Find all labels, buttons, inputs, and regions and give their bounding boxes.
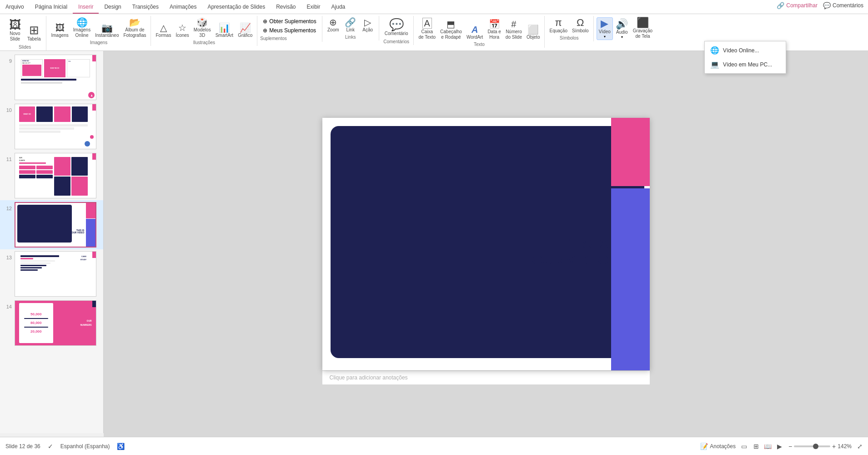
equacao-button[interactable]: π Equação — [547, 17, 569, 35]
tab-pagina-inicial[interactable]: Página Inicial — [30, 1, 73, 14]
zoom-in-button[interactable]: + — [832, 443, 836, 450]
audio-button[interactable]: 🔊 Áudio ▾ — [614, 18, 630, 40]
slide-thumb-9: HOW DO WE DO IT? WHAT WE DO Info — [15, 55, 96, 100]
tab-inserir[interactable]: Inserir — [73, 1, 99, 14]
video-online-item[interactable]: 🌐 Vídeo Online... — [705, 43, 786, 57]
tab-animacoes[interactable]: Animações — [164, 1, 202, 14]
tab-design[interactable]: Design — [99, 1, 126, 14]
gravacao-tela-button[interactable]: ⬛ Gravação de Tela — [631, 17, 654, 40]
slide-number-13: 13 — [4, 255, 12, 260]
slides-panel[interactable]: 9 HOW DO WE DO IT? WHAT WE DO Info — [0, 51, 104, 433]
tab-revisao[interactable]: Revisão — [271, 1, 301, 14]
imagens-online-button[interactable]: 🌐 Imagens Online — [71, 17, 92, 39]
audio-icon: 🔊 — [616, 19, 628, 29]
numero-slide-button[interactable]: # Número do Slide — [504, 19, 524, 41]
video-title: THIS IS OUR VIDEO — [513, 236, 609, 268]
caixa-texto-button[interactable]: A Caixa de Texto — [416, 17, 437, 41]
tabela-button[interactable]: ⊞ Tabela — [25, 22, 43, 44]
video-button[interactable]: ▶ Vídeo ▾ — [597, 17, 613, 40]
zoom-slider[interactable] — [794, 445, 830, 447]
caixa-texto-label: Caixa de Texto — [418, 29, 436, 40]
novo-slide-button[interactable]: 🖼 Novo Slide — [6, 17, 24, 44]
instantaneo-icon: 📷 — [101, 23, 113, 32]
status-right: 📝 Anotações ▭ ⊞ 📖 ▶ − + 142% ⤢ — [700, 441, 863, 451]
icones-icon: ☆ — [178, 23, 186, 32]
meus-suplementos-button[interactable]: ⊕ Meus Suplementos — [260, 26, 319, 35]
slide-item-14[interactable]: 14 50,000 80,000 20,000 OUR NUMBERS — [0, 298, 103, 348]
wordart-button[interactable]: A WordArt — [465, 24, 485, 41]
numero-slide-label: Número do Slide — [506, 29, 522, 40]
comentario-button[interactable]: 💬 Comentário — [382, 17, 411, 38]
tab-arquivo[interactable]: Arquivo — [0, 1, 30, 14]
formas-label: Formas — [156, 33, 171, 38]
simbolo-icon: Ω — [577, 18, 584, 28]
imagens-online-icon: 🌐 — [76, 18, 88, 27]
grafico-button[interactable]: 📈 Gráfico — [236, 22, 254, 39]
simbolo-label: Símbolo — [572, 28, 589, 34]
imagens-online-label: Imagens Online — [73, 27, 90, 38]
icones-button[interactable]: ☆ Ícones — [174, 22, 191, 39]
pink-accent-rect — [611, 118, 650, 186]
tab-exibir[interactable]: Exibir — [301, 1, 326, 14]
acao-button[interactable]: ▷ Ação — [360, 17, 376, 34]
imagens-label: Imagens — [51, 33, 68, 38]
instantaneo-button[interactable]: 📷 Instantâneo — [93, 22, 120, 39]
slide-canvas-area[interactable]: THIS IS OUR VIDEO Clique para adicionar … — [104, 51, 868, 451]
share-icon: 🔗 — [777, 2, 784, 9]
simbolos-group-label: Símbolos — [560, 35, 579, 40]
imagens-button[interactable]: 🖼 Imagens — [49, 22, 70, 39]
ribbon-items-texto: A Caixa de Texto ⬒ Cabeçalho e Rodapé A … — [416, 17, 542, 41]
caixa-texto-icon: A — [422, 18, 432, 29]
slide-item-13[interactable]: 13 CASE STUDY — [0, 249, 103, 298]
reading-view-button[interactable]: 📖 — [763, 441, 773, 451]
numero-slide-icon: # — [511, 20, 516, 29]
video-online-label: Vídeo Online... — [723, 47, 759, 54]
normal-view-button[interactable]: ▭ — [739, 441, 749, 451]
notes-toggle[interactable]: 📝 Anotações — [700, 443, 736, 450]
slide-item-11[interactable]: 11 OUR CLIENTS — [0, 151, 103, 200]
tab-apresentacao[interactable]: Apresentação de Slides — [202, 1, 271, 14]
notes-area[interactable]: Clique para adicionar anotações — [322, 370, 650, 384]
slide-canvas[interactable]: THIS IS OUR VIDEO — [322, 118, 650, 370]
slideshow-button[interactable]: ▶ — [775, 441, 785, 451]
formas-button[interactable]: △ Formas — [154, 22, 173, 39]
slide-item-9[interactable]: 9 HOW DO WE DO IT? WHAT WE DO Info — [0, 53, 103, 102]
objeto-button[interactable]: ⬜ Objeto — [525, 24, 542, 41]
novo-slide-label: Novo Slide — [10, 31, 20, 42]
video-dropdown-arrow: ▾ — [604, 35, 606, 39]
album-button[interactable]: 📂 Álbum de Fotografias — [121, 17, 148, 39]
zoom-out-button[interactable]: − — [788, 443, 792, 450]
comments-button[interactable]: 💬 Comentários — [823, 2, 863, 9]
slide-thumb-14: 50,000 80,000 20,000 OUR NUMBERS — [15, 300, 96, 346]
ribbon-group-simbolos: π Equação Ω Símbolo Símbolos — [545, 16, 593, 41]
video-pc-item[interactable]: 💻 Vídeo em Meu PC... — [705, 57, 786, 71]
cabecalho-button[interactable]: ⬒ Cabeçalho e Rodapé — [438, 19, 464, 41]
slide-item-12[interactable]: 12 THIS ISOUR VIDEO — [0, 200, 103, 249]
zoom-button[interactable]: ⊕ Zoom — [325, 17, 341, 34]
objeto-icon: ⬜ — [527, 25, 539, 34]
tab-transicoes[interactable]: Transições — [127, 1, 164, 14]
obter-suplementos-button[interactable]: ⊕ Obter Suplementos — [260, 17, 319, 26]
modelos3d-icon: 🎲 — [196, 18, 208, 27]
data-hora-button[interactable]: 📅 Data e Hora — [486, 19, 502, 41]
slide-item-10[interactable]: 10 WHAT DO — [0, 102, 103, 151]
video-online-icon: 🌐 — [710, 46, 719, 55]
ribbon-group-ilustracoes: △ Formas ☆ Ícones 🎲 Modelos 3D 📊 SmartAr… — [151, 16, 257, 46]
comentario-icon: 💬 — [389, 19, 404, 30]
modelos3d-button[interactable]: 🎲 Modelos 3D — [192, 17, 213, 39]
fit-page-button[interactable]: ⤢ — [857, 443, 863, 450]
slide-thumb-10: WHAT DO — [15, 104, 96, 149]
smartart-button[interactable]: 📊 SmartArt — [214, 22, 235, 39]
thumb-pink-rect — [86, 203, 95, 218]
view-buttons: ▭ ⊞ 📖 ▶ — [739, 441, 785, 451]
share-button[interactable]: 🔗 Compartilhar — [777, 2, 818, 9]
slide-sorter-button[interactable]: ⊞ — [751, 441, 761, 451]
ribbon-items-imagens: 🖼 Imagens 🌐 Imagens Online 📷 Instantâneo… — [49, 17, 148, 39]
meus-icon: ⊕ — [263, 27, 267, 34]
link-button[interactable]: 🔗 Link — [342, 17, 359, 34]
video-pc-label: Vídeo em Meu PC... — [723, 61, 772, 68]
tab-ajuda[interactable]: Ajuda — [326, 1, 351, 14]
simbolo-button[interactable]: Ω Símbolo — [570, 17, 591, 35]
ribbon-items-comentarios: 💬 Comentário — [382, 17, 411, 38]
link-icon: 🔗 — [345, 18, 356, 27]
